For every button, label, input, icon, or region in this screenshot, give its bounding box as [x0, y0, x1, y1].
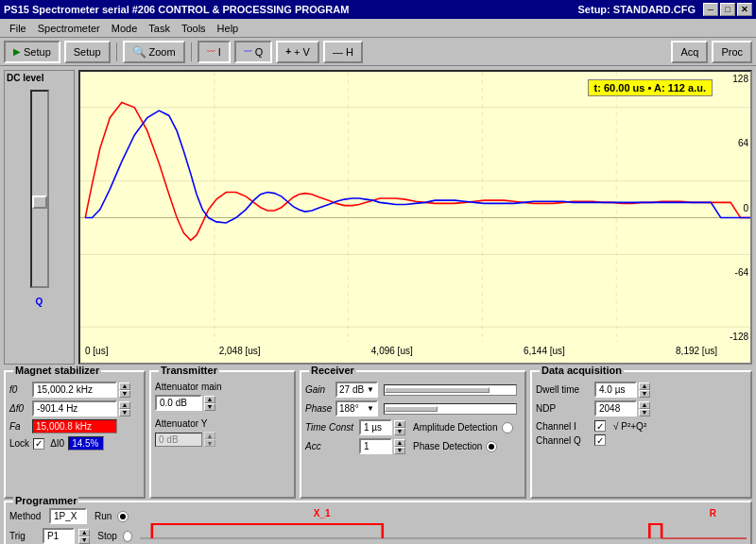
phase-label: Phase [305, 403, 334, 414]
att-y-value-row: 0 dB ▲▼ [155, 432, 290, 447]
ch-q-label: Channel Q [536, 435, 593, 446]
dc-level-panel: DC level Q [4, 70, 75, 365]
att-main-label: Attenuator main [155, 382, 222, 392]
tc-spinner[interactable]: ▲▼ [394, 420, 405, 435]
method-value: 1P_X [49, 508, 87, 524]
method-label: Method [9, 511, 45, 521]
maximize-button[interactable]: □ [720, 3, 735, 16]
data-acq-title: Data acquisition [540, 365, 624, 376]
att-main-value: 0.0 dB [155, 395, 202, 411]
titlebar: PS15 Spectrometer serial #206 CONTROL & … [0, 0, 756, 19]
phase-det-radio[interactable] [486, 441, 497, 452]
f0-spinner[interactable]: ▲▼ [119, 382, 130, 398]
df0-row: Δf0 -901.4 Hz ▲▼ [9, 400, 140, 416]
r-label: R [710, 508, 716, 518]
bottom-panels: Magnet stabilizer f0 15,000.2 kHz ▲▼ Δf0… [0, 368, 756, 501]
phase-slider-track[interactable] [384, 403, 517, 415]
ch-q-checkbox[interactable] [594, 434, 606, 446]
method-row: Method 1P_X Run [9, 508, 132, 524]
h-button[interactable]: — H [323, 41, 363, 63]
trig-value: P1 [43, 528, 75, 544]
att-y-spinner[interactable]: ▲▼ [204, 432, 215, 447]
phase-value: 188° [339, 403, 359, 414]
programmer-title: Programmer [13, 495, 78, 506]
f0-row: f0 15,000.2 kHz ▲▼ [9, 382, 140, 398]
receiver-panel: Receiver Gain 27 dB ▼ Phase 188° ▼ Time … [300, 370, 526, 499]
v-button[interactable]: + + V [276, 41, 319, 63]
tc-label: Time Const [305, 422, 357, 433]
ch-i-checkbox[interactable] [594, 420, 606, 432]
acc-label: Acc [305, 441, 357, 451]
transmitter-title: Transmitter [159, 365, 219, 376]
menu-task[interactable]: Task [143, 21, 176, 36]
dc-slider-container: Q [7, 85, 72, 312]
programmer-timeline: X_1 R 1600us 25us 1250s [140, 508, 747, 544]
acc-value: 1 [359, 438, 392, 454]
ndp-spinner[interactable]: ▲▼ [639, 401, 650, 416]
menu-help[interactable]: Help [212, 21, 245, 36]
att-main-value-row: 0.0 dB ▲▼ [155, 395, 290, 411]
magnet-title: Magnet stabilizer [13, 365, 101, 376]
f0-value: 15,000.2 kHz [32, 382, 117, 398]
acq-button[interactable]: Acq [671, 41, 708, 63]
att-main-spinner[interactable]: ▲▼ [204, 396, 215, 411]
tc-value: 1 µs [359, 419, 392, 435]
transmitter-panel: Transmitter Attenuator main 0.0 dB ▲▼ At… [149, 370, 296, 499]
acc-spinner[interactable]: ▲▼ [394, 439, 405, 454]
titlebar-setup: Setup: STANDARD.CFG [578, 4, 696, 15]
phase-det-label: Phase Detection [413, 441, 482, 451]
run-radio-checked [120, 514, 126, 519]
setup2-label: Setup [74, 46, 101, 58]
phase-dropdown[interactable]: 188° ▼ [335, 400, 378, 416]
dwell-row: Dwell time 4.0 µs ▲▼ [536, 382, 747, 398]
chart-area[interactable]: 128 64 0 -64 -128 t: 60.00 us • A: 112 a… [78, 70, 752, 365]
lock-checkbox[interactable] [33, 438, 44, 450]
trig-label: Trig [9, 531, 39, 541]
df0-label: Δf0 [9, 403, 30, 414]
v-label: + V [294, 46, 310, 58]
amp-det-label: Amplitude Detection [413, 422, 498, 433]
q-button[interactable]: 〰 Q [234, 41, 273, 63]
dwell-label: Dwell time [536, 384, 593, 395]
run-radio[interactable] [117, 511, 129, 522]
setup1-button[interactable]: ▶ Setup [4, 41, 60, 63]
toolbar-sep2 [191, 42, 192, 61]
acc-row: Acc 1 ▲▼ Phase Detection [305, 438, 521, 454]
setup1-label: Setup [24, 46, 51, 58]
stop-radio[interactable] [123, 531, 132, 542]
trig-spinner[interactable]: ▲▼ [78, 529, 90, 544]
minimize-button[interactable]: ─ [703, 3, 718, 16]
toolbar-sep1 [116, 42, 117, 61]
gain-label: Gain [305, 384, 334, 395]
fa-label: Fa [9, 421, 30, 432]
formula: √ P²+Q² [613, 421, 646, 432]
receiver-title: Receiver [309, 365, 356, 376]
menu-mode[interactable]: Mode [106, 21, 144, 36]
gain-value: 27 dB [339, 384, 364, 395]
gain-slider-track[interactable] [384, 384, 517, 396]
chart-x-axis: 0 [us] 2,048 [us] 4,096 [us] 6,144 [us] … [85, 346, 717, 363]
att-main-row: Attenuator main [155, 382, 290, 392]
window-buttons: ─ □ ✕ [703, 3, 752, 16]
att-y-value: 0 dB [155, 433, 202, 447]
i-button[interactable]: 〰 I [198, 41, 231, 63]
stop-label: Stop [97, 531, 117, 541]
lock-label: Lock [9, 438, 29, 449]
close-button[interactable]: ✕ [737, 3, 752, 16]
programmer-controls: Method 1P_X Run Trig P1 ▲▼ Stop [9, 508, 132, 544]
dc-slider[interactable] [30, 90, 49, 288]
amp-det-radio[interactable] [502, 422, 513, 434]
setup2-button[interactable]: Setup [64, 41, 111, 63]
menu-spectrometer[interactable]: Spectrometer [32, 21, 106, 36]
menu-tools[interactable]: Tools [176, 21, 212, 36]
menu-file[interactable]: File [4, 21, 32, 36]
proc-button[interactable]: Proc [712, 41, 752, 63]
dwell-spinner[interactable]: ▲▼ [639, 382, 650, 398]
zoom-button[interactable]: 🔍 Zoom [123, 41, 185, 63]
gain-dropdown[interactable]: 27 dB ▼ [335, 382, 378, 398]
df0-spinner[interactable]: ▲▼ [119, 401, 130, 416]
lock-row: Lock ΔI0 14.5% [9, 436, 140, 450]
main-area: DC level Q 128 64 0 -64 -128 t: 60.00 us… [0, 66, 756, 368]
magnet-panel: Magnet stabilizer f0 15,000.2 kHz ▲▼ Δf0… [4, 370, 146, 499]
x-label-4096: 4,096 [us] [371, 346, 413, 363]
